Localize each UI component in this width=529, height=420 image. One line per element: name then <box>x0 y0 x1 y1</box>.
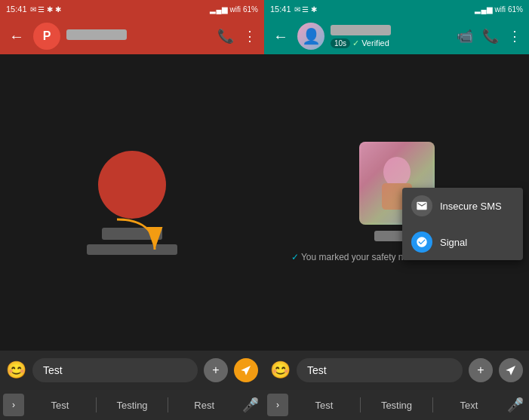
left-status-bar: 15:41 ✉ ☰ ✱ ✱ ▂▄▆ wifi 61% <box>0 0 264 18</box>
right-battery: 61% <box>508 5 523 14</box>
right-text-input[interactable] <box>297 358 463 382</box>
right-suggestion-testing[interactable]: Testing <box>362 400 431 411</box>
signal-label: Signal <box>440 237 467 248</box>
right-app-bar-actions: 📹 📞 ⋮ <box>455 26 523 46</box>
left-suggestion-rest[interactable]: Rest <box>170 400 238 411</box>
right-chat-area: ✓ You marked your safety number with Ank… <box>264 54 529 351</box>
left-signal-icon: ▂▄▆ <box>210 5 227 14</box>
insecure-sms-label: Insecure SMS <box>440 201 502 212</box>
right-wifi-icon: wifi <box>495 5 506 14</box>
right-status-bar: 15:41 ✉ ☰ ✱ ▂▄▆ wifi 61% <box>264 0 529 18</box>
left-input-bar: 😊 + <box>0 351 264 390</box>
left-suggestion-test[interactable]: Test <box>26 400 94 411</box>
right-verified-badge: 10s ✓ Verified <box>331 38 449 48</box>
left-divider-2 <box>168 397 168 412</box>
popup-insecure-sms[interactable]: Insecure SMS <box>402 188 523 224</box>
left-contact-name <box>66 29 127 40</box>
left-status-time: 15:41 ✉ ☰ ✱ ✱ <box>6 5 61 14</box>
left-contact-avatar: P <box>33 23 60 50</box>
right-signal-icon: ▂▄▆ <box>475 5 492 14</box>
left-chat-content <box>0 54 264 351</box>
right-input-bar: 😊 + <box>264 351 529 390</box>
right-call-button[interactable]: 📞 <box>481 26 500 46</box>
right-contact-avatar: 👤 <box>297 23 324 50</box>
left-time: 15:41 <box>6 5 27 14</box>
left-call-button[interactable]: 📞 <box>216 26 235 46</box>
arrow-indicator <box>109 212 170 275</box>
svg-point-1 <box>383 157 411 187</box>
left-app-bar-actions: 📞 ⋮ <box>216 26 258 46</box>
right-suggestion-text[interactable]: Text <box>435 400 503 411</box>
left-suggestion-testing[interactable]: Testing <box>98 400 167 411</box>
right-contact-name <box>331 25 391 35</box>
left-battery: 61% <box>243 5 258 14</box>
insecure-sms-icon <box>411 195 432 216</box>
left-status-right: ▂▄▆ wifi 61% <box>210 5 258 14</box>
popup-signal[interactable]: Signal <box>402 224 523 260</box>
right-add-button[interactable]: + <box>469 358 493 382</box>
left-profile-circle <box>98 151 166 219</box>
right-status-time: 15:41 ✉ ☰ ✱ <box>270 5 317 14</box>
right-app-bar: ← 👤 10s ✓ Verified 📹 📞 ⋮ <box>264 18 529 54</box>
right-panel: 15:41 ✉ ☰ ✱ ▂▄▆ wifi 61% ← 👤 10s ✓ Verif… <box>264 0 529 420</box>
right-contact-info: 10s ✓ Verified <box>331 25 449 48</box>
left-keyboard-row: › Test Testing Rest 🎤 <box>0 390 264 420</box>
right-notification-icons: ✉ ☰ ✱ <box>294 5 318 14</box>
right-verified-text: Verified <box>361 38 389 48</box>
right-timer: 10s <box>331 38 350 48</box>
left-notification-icons: ✉ ☰ ✱ ✱ <box>30 5 61 14</box>
left-app-bar: ← P 📞 ⋮ <box>0 18 264 54</box>
left-contact-info <box>66 29 210 43</box>
right-divider-2 <box>432 397 433 412</box>
left-divider-1 <box>96 397 97 412</box>
right-time: 15:41 <box>270 5 291 14</box>
left-add-button[interactable]: + <box>204 358 228 382</box>
left-emoji-button[interactable]: 😊 <box>6 360 26 380</box>
right-video-button[interactable]: 📹 <box>455 26 475 46</box>
right-status-right: ▂▄▆ wifi 61% <box>475 5 523 14</box>
right-mic-button[interactable]: 🎤 <box>505 394 526 416</box>
right-back-button[interactable]: ← <box>270 25 291 48</box>
signal-icon <box>411 231 432 253</box>
right-suggestion-test[interactable]: Test <box>290 400 358 411</box>
right-keyboard-row: › Test Testing Text 🎤 <box>264 390 529 420</box>
left-send-button[interactable] <box>234 358 258 382</box>
left-panel: 15:41 ✉ ☰ ✱ ✱ ▂▄▆ wifi 61% ← P 📞 ⋮ <box>0 0 264 420</box>
left-text-input[interactable] <box>32 358 198 382</box>
left-back-button[interactable]: ← <box>6 25 27 48</box>
right-send-button[interactable] <box>499 358 523 382</box>
right-more-button[interactable]: ⋮ <box>506 26 523 46</box>
left-mic-button[interactable]: 🎤 <box>240 394 261 416</box>
left-more-button[interactable]: ⋮ <box>241 26 258 46</box>
right-emoji-button[interactable]: 😊 <box>270 360 291 380</box>
right-divider-1 <box>360 397 361 412</box>
left-chat-area <box>0 54 264 351</box>
left-wifi-icon: wifi <box>230 5 241 14</box>
right-nav-button[interactable]: › <box>267 394 288 416</box>
right-popup-menu: Insecure SMS Signal <box>402 188 523 260</box>
left-nav-button[interactable]: › <box>3 394 24 416</box>
